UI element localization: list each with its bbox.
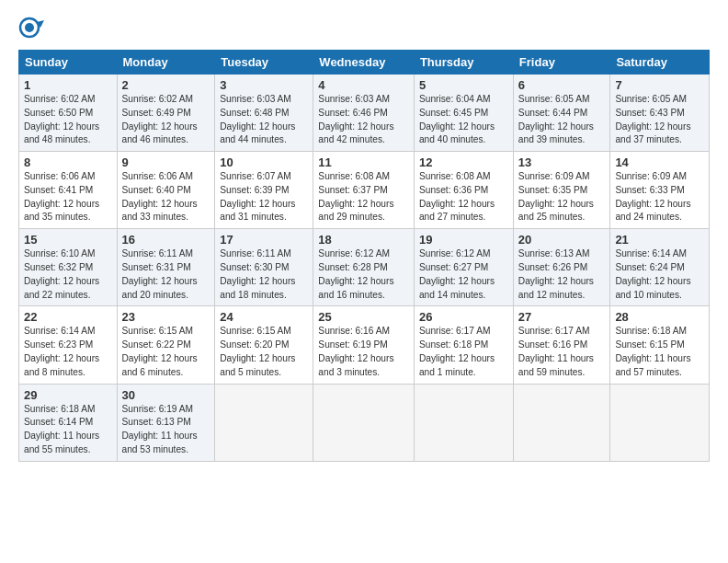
logo (18, 15, 48, 40)
calendar-day-cell: 9Sunrise: 6:06 AM Sunset: 6:40 PM Daylig… (117, 152, 215, 229)
calendar-day-cell: 5Sunrise: 6:04 AM Sunset: 6:45 PM Daylig… (414, 75, 513, 152)
calendar-week-row: 29Sunrise: 6:18 AM Sunset: 6:14 PM Dayli… (19, 384, 710, 461)
day-info: Sunrise: 6:11 AM Sunset: 6:31 PM Dayligh… (122, 247, 210, 302)
day-info: Sunrise: 6:08 AM Sunset: 6:36 PM Dayligh… (419, 170, 508, 224)
day-number: 29 (24, 388, 112, 402)
day-info: Sunrise: 6:08 AM Sunset: 6:37 PM Dayligh… (318, 170, 409, 224)
day-info: Sunrise: 6:17 AM Sunset: 6:16 PM Dayligh… (518, 325, 606, 379)
calendar-week-row: 15Sunrise: 6:10 AM Sunset: 6:32 PM Dayli… (19, 229, 710, 306)
day-info: Sunrise: 6:09 AM Sunset: 6:33 PM Dayligh… (615, 170, 704, 224)
calendar-day-cell: 25Sunrise: 6:16 AM Sunset: 6:19 PM Dayli… (313, 306, 415, 384)
day-info: Sunrise: 6:11 AM Sunset: 6:30 PM Dayligh… (220, 247, 308, 302)
calendar-day-cell: 8Sunrise: 6:06 AM Sunset: 6:41 PM Daylig… (19, 152, 118, 229)
calendar-day-cell: 6Sunrise: 6:05 AM Sunset: 6:44 PM Daylig… (513, 75, 610, 152)
day-info: Sunrise: 6:12 AM Sunset: 6:28 PM Dayligh… (318, 247, 409, 302)
day-info: Sunrise: 6:15 AM Sunset: 6:20 PM Dayligh… (220, 325, 308, 379)
day-info: Sunrise: 6:14 AM Sunset: 6:23 PM Dayligh… (24, 325, 112, 379)
page: SundayMondayTuesdayWednesdayThursdayFrid… (0, 0, 728, 563)
day-info: Sunrise: 6:04 AM Sunset: 6:45 PM Dayligh… (419, 93, 508, 147)
calendar-day-cell: 15Sunrise: 6:10 AM Sunset: 6:32 PM Dayli… (19, 229, 118, 306)
weekday-header-monday: Monday (117, 51, 215, 75)
day-number: 11 (318, 155, 409, 169)
calendar-day-cell: 27Sunrise: 6:17 AM Sunset: 6:16 PM Dayli… (513, 306, 610, 384)
calendar-day-cell: 16Sunrise: 6:11 AM Sunset: 6:31 PM Dayli… (117, 229, 215, 306)
day-number: 3 (220, 78, 308, 92)
calendar-day-cell: 2Sunrise: 6:02 AM Sunset: 6:49 PM Daylig… (117, 75, 215, 152)
calendar-day-cell: 12Sunrise: 6:08 AM Sunset: 6:36 PM Dayli… (414, 152, 513, 229)
day-number: 26 (419, 310, 508, 324)
calendar-day-cell: 30Sunrise: 6:19 AM Sunset: 6:13 PM Dayli… (117, 384, 215, 461)
weekday-header-sunday: Sunday (19, 51, 118, 75)
day-number: 13 (518, 155, 606, 169)
day-info: Sunrise: 6:06 AM Sunset: 6:41 PM Dayligh… (24, 170, 112, 224)
calendar-day-cell: 10Sunrise: 6:07 AM Sunset: 6:39 PM Dayli… (215, 152, 313, 229)
day-info: Sunrise: 6:15 AM Sunset: 6:22 PM Dayligh… (122, 325, 210, 379)
day-number: 18 (318, 233, 409, 247)
calendar-day-cell (215, 384, 313, 461)
day-number: 28 (615, 310, 704, 324)
calendar-week-row: 8Sunrise: 6:06 AM Sunset: 6:41 PM Daylig… (19, 152, 710, 229)
day-number: 2 (122, 78, 210, 92)
calendar-day-cell: 3Sunrise: 6:03 AM Sunset: 6:48 PM Daylig… (215, 75, 313, 152)
day-number: 30 (122, 388, 210, 402)
weekday-header-thursday: Thursday (414, 51, 513, 75)
calendar-day-cell: 11Sunrise: 6:08 AM Sunset: 6:37 PM Dayli… (313, 152, 415, 229)
calendar-day-cell: 14Sunrise: 6:09 AM Sunset: 6:33 PM Dayli… (610, 152, 710, 229)
day-number: 22 (24, 310, 112, 324)
day-number: 5 (419, 78, 508, 92)
weekday-header-wednesday: Wednesday (313, 51, 415, 75)
day-number: 1 (24, 78, 112, 92)
day-info: Sunrise: 6:09 AM Sunset: 6:35 PM Dayligh… (518, 170, 606, 224)
calendar-day-cell: 28Sunrise: 6:18 AM Sunset: 6:15 PM Dayli… (610, 306, 710, 384)
calendar-day-cell: 23Sunrise: 6:15 AM Sunset: 6:22 PM Dayli… (117, 306, 215, 384)
day-number: 7 (615, 78, 704, 92)
day-number: 14 (615, 155, 704, 169)
calendar-day-cell: 20Sunrise: 6:13 AM Sunset: 6:26 PM Dayli… (513, 229, 610, 306)
weekday-header-friday: Friday (513, 51, 610, 75)
calendar-day-cell (313, 384, 415, 461)
day-number: 19 (419, 233, 508, 247)
calendar-day-cell: 19Sunrise: 6:12 AM Sunset: 6:27 PM Dayli… (414, 229, 513, 306)
day-info: Sunrise: 6:05 AM Sunset: 6:44 PM Dayligh… (518, 93, 606, 147)
logo-icon (18, 15, 44, 40)
day-number: 4 (318, 78, 409, 92)
day-number: 17 (220, 233, 308, 247)
day-number: 8 (24, 155, 112, 169)
day-number: 21 (615, 233, 704, 247)
calendar-week-row: 22Sunrise: 6:14 AM Sunset: 6:23 PM Dayli… (19, 306, 710, 384)
day-number: 9 (122, 155, 210, 169)
weekday-header-tuesday: Tuesday (215, 51, 313, 75)
day-number: 12 (419, 155, 508, 169)
day-info: Sunrise: 6:16 AM Sunset: 6:19 PM Dayligh… (318, 325, 409, 379)
day-info: Sunrise: 6:17 AM Sunset: 6:18 PM Dayligh… (419, 325, 508, 379)
day-info: Sunrise: 6:03 AM Sunset: 6:46 PM Dayligh… (318, 93, 409, 147)
calendar-day-cell: 17Sunrise: 6:11 AM Sunset: 6:30 PM Dayli… (215, 229, 313, 306)
calendar-day-cell (513, 384, 610, 461)
day-number: 20 (518, 233, 606, 247)
day-number: 27 (518, 310, 606, 324)
day-info: Sunrise: 6:13 AM Sunset: 6:26 PM Dayligh… (518, 247, 606, 302)
day-info: Sunrise: 6:07 AM Sunset: 6:39 PM Dayligh… (220, 170, 308, 224)
calendar-day-cell: 21Sunrise: 6:14 AM Sunset: 6:24 PM Dayli… (610, 229, 710, 306)
calendar-day-cell: 26Sunrise: 6:17 AM Sunset: 6:18 PM Dayli… (414, 306, 513, 384)
calendar-day-cell: 13Sunrise: 6:09 AM Sunset: 6:35 PM Dayli… (513, 152, 610, 229)
day-info: Sunrise: 6:12 AM Sunset: 6:27 PM Dayligh… (419, 247, 508, 302)
calendar-day-cell: 1Sunrise: 6:02 AM Sunset: 6:50 PM Daylig… (19, 75, 118, 152)
calendar-week-row: 1Sunrise: 6:02 AM Sunset: 6:50 PM Daylig… (19, 75, 710, 152)
calendar-table: SundayMondayTuesdayWednesdayThursdayFrid… (18, 50, 710, 462)
calendar-day-cell: 24Sunrise: 6:15 AM Sunset: 6:20 PM Dayli… (215, 306, 313, 384)
calendar-day-cell: 7Sunrise: 6:05 AM Sunset: 6:43 PM Daylig… (610, 75, 710, 152)
day-info: Sunrise: 6:19 AM Sunset: 6:13 PM Dayligh… (122, 403, 210, 457)
calendar-day-cell (414, 384, 513, 461)
day-info: Sunrise: 6:05 AM Sunset: 6:43 PM Dayligh… (615, 93, 704, 147)
weekday-header-saturday: Saturday (610, 51, 710, 75)
day-info: Sunrise: 6:14 AM Sunset: 6:24 PM Dayligh… (615, 247, 704, 302)
day-number: 6 (518, 78, 606, 92)
day-info: Sunrise: 6:18 AM Sunset: 6:14 PM Dayligh… (24, 403, 112, 457)
day-number: 10 (220, 155, 308, 169)
day-number: 15 (24, 233, 112, 247)
day-number: 24 (220, 310, 308, 324)
calendar-day-cell: 18Sunrise: 6:12 AM Sunset: 6:28 PM Dayli… (313, 229, 415, 306)
weekday-header-row: SundayMondayTuesdayWednesdayThursdayFrid… (19, 51, 710, 75)
calendar-day-cell: 4Sunrise: 6:03 AM Sunset: 6:46 PM Daylig… (313, 75, 415, 152)
